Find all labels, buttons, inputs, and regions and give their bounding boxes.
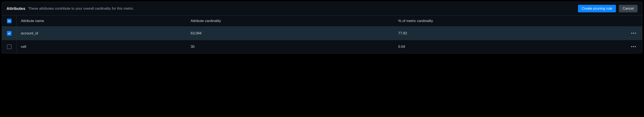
row-checkbox[interactable]: [7, 31, 12, 36]
table-row[interactable]: cell 30 0.04 •••: [2, 40, 642, 54]
row-actions-button[interactable]: •••: [630, 44, 638, 50]
panel-subtitle: These attributes contribute to your over…: [28, 6, 575, 11]
check-icon: [8, 32, 11, 35]
more-icon: •••: [631, 44, 637, 49]
attributes-table: Attribute name Attribute cardinality % o…: [2, 15, 642, 53]
cell-attribute-name: account_id: [16, 27, 186, 40]
cell-percent: 77.82: [394, 27, 626, 40]
panel-header: Attributes These attributes contribute t…: [2, 2, 642, 15]
table-row[interactable]: account_id 63,094 77.82 •••: [2, 27, 642, 40]
cell-attribute-name: cell: [16, 40, 186, 54]
col-header-percent[interactable]: % of metric cardinality: [394, 16, 626, 27]
cell-attribute-cardinality: 30: [186, 40, 394, 54]
col-header-cardinality[interactable]: Attribute cardinality: [186, 16, 394, 27]
select-all-checkbox[interactable]: [7, 19, 12, 23]
panel-title: Attributes: [6, 6, 25, 11]
create-pruning-rule-button[interactable]: Create pruning rule: [578, 5, 616, 12]
cell-percent: 0.04: [394, 40, 626, 54]
row-actions-button[interactable]: •••: [630, 30, 638, 36]
more-icon: •••: [631, 31, 637, 36]
col-header-name[interactable]: Attribute name: [16, 16, 186, 27]
cancel-button[interactable]: Cancel: [619, 5, 638, 12]
table-header-row: Attribute name Attribute cardinality % o…: [2, 16, 642, 27]
row-checkbox[interactable]: [7, 44, 12, 49]
attributes-panel: Attributes These attributes contribute t…: [2, 2, 642, 54]
cell-attribute-cardinality: 63,094: [186, 27, 394, 40]
